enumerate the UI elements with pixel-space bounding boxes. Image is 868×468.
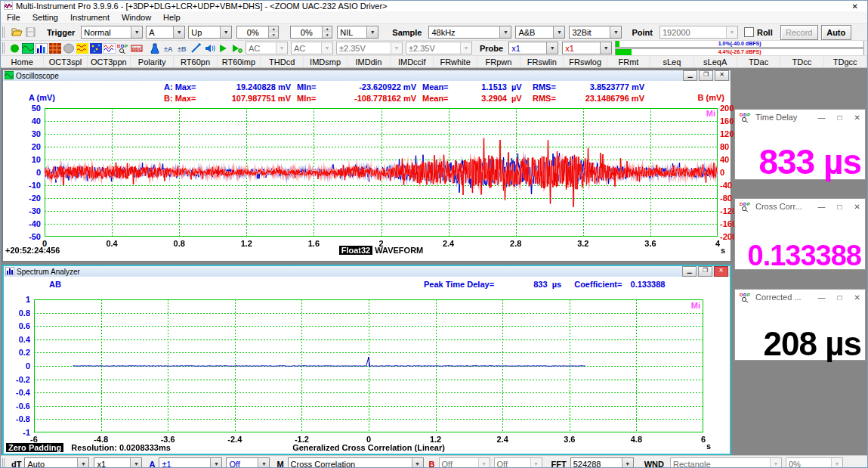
- range-a-select[interactable]: ±2.35V▼: [336, 42, 403, 54]
- tab-sleqa[interactable]: sLeqA: [694, 56, 737, 67]
- spectrogram-icon[interactable]: [90, 42, 102, 54]
- corrected-delay-titlebar[interactable]: DDP Corrected ... —□✕: [735, 290, 865, 305]
- maximize-icon[interactable]: □: [838, 113, 842, 122]
- toolbar-grip[interactable]: [2, 458, 7, 468]
- close-icon[interactable]: ✕: [854, 203, 860, 211]
- range-b-select[interactable]: ±2.35V▼: [406, 42, 472, 54]
- close-icon[interactable]: ✕: [714, 266, 728, 277]
- tab-tdcc[interactable]: TDcc: [780, 56, 823, 67]
- sound-device-icon[interactable]: [203, 42, 215, 54]
- play-icon[interactable]: [217, 42, 229, 54]
- trigger-source-select[interactable]: A▼: [146, 26, 185, 39]
- spectrum-3d-plot-icon[interactable]: [63, 42, 75, 54]
- spectrum-analyzer-titlebar[interactable]: Spectrum Analyzer ▁ ❐ ✕: [4, 266, 730, 277]
- close-button[interactable]: ✕: [846, 2, 864, 11]
- a-processing-select[interactable]: Off▼: [226, 457, 270, 468]
- trigger-edge-select[interactable]: Up▼: [188, 26, 232, 39]
- oscilloscope-canvas[interactable]: [45, 108, 718, 237]
- spectrum-analyzer-icon[interactable]: [36, 42, 48, 54]
- auto-button[interactable]: Auto: [821, 25, 851, 40]
- tab-frswlin[interactable]: FRswlin: [520, 56, 564, 67]
- probe-calibration-icon[interactable]: [190, 42, 202, 54]
- correlation-canvas[interactable]: [34, 299, 703, 432]
- m-processing-select[interactable]: Cross Correlation▼: [288, 457, 424, 468]
- tab-frwhite[interactable]: FRwhite: [434, 56, 477, 67]
- menu-window[interactable]: Window: [116, 11, 157, 23]
- trigger-level-spinner[interactable]: 0%▲▼: [236, 26, 279, 39]
- spinner-arrows-icon[interactable]: ▲▼: [322, 26, 332, 38]
- tab-imdccif[interactable]: IMDccif: [391, 56, 434, 67]
- tab-frmt[interactable]: FRmt: [607, 56, 650, 67]
- minimize-icon[interactable]: ▁: [683, 70, 697, 81]
- overlap-select[interactable]: 0%▼: [786, 457, 843, 468]
- trigger-delay-spinner[interactable]: 0%▲▼: [290, 26, 332, 39]
- record-button[interactable]: Record: [780, 25, 818, 40]
- coupling-b-select[interactable]: AC▼: [291, 42, 333, 54]
- data-logger-icon[interactable]: [76, 42, 88, 54]
- roll-checkbox[interactable]: Roll: [744, 27, 773, 37]
- fft-size-select[interactable]: 524288▼: [570, 457, 634, 468]
- dt-mode-select[interactable]: Auto▼: [24, 457, 89, 468]
- minimize-icon[interactable]: —: [818, 203, 826, 211]
- sampling-channels-select[interactable]: A&B▼: [515, 26, 565, 39]
- tab-oct3spl[interactable]: OCT3spl: [44, 56, 87, 67]
- tab-frswlog[interactable]: FRswlog: [564, 56, 607, 67]
- tab-sleq[interactable]: sLeq: [650, 56, 693, 67]
- tab-tdac[interactable]: TDac: [737, 56, 780, 67]
- cross-correlation-titlebar[interactable]: DDP Cross Corr... —□✕: [735, 199, 865, 214]
- sampling-bits-select[interactable]: 32Bit▼: [569, 26, 622, 39]
- waveform-compare-icon[interactable]: [103, 42, 116, 54]
- range-a-icon[interactable]: ±A: [162, 42, 175, 54]
- checkbox-icon[interactable]: [744, 27, 754, 37]
- range-b-icon[interactable]: ±B: [176, 42, 188, 54]
- ddc-icon[interactable]: DDC: [131, 42, 143, 54]
- b-processing-select[interactable]: Off▼: [439, 457, 490, 468]
- tab-imdsmp[interactable]: IMDsmp: [304, 56, 347, 67]
- oscilloscope-titlebar[interactable]: Oscilloscope ▁ ❐ ✕: [3, 70, 731, 81]
- maximize-icon[interactable]: □: [838, 293, 842, 302]
- loop-play-icon[interactable]: [230, 42, 242, 54]
- close-icon[interactable]: ✕: [854, 293, 860, 302]
- minimize-icon[interactable]: —: [818, 113, 826, 122]
- restore-icon[interactable]: ❐: [699, 70, 713, 81]
- tab-polarity[interactable]: Polarity: [131, 56, 174, 67]
- window-function-select[interactable]: Rectangle▼: [670, 457, 782, 468]
- spinner-arrows-icon[interactable]: ▲▼: [268, 26, 278, 38]
- minimize-icon[interactable]: —: [818, 293, 826, 302]
- close-icon[interactable]: ✕: [854, 113, 860, 122]
- multimeter-icon[interactable]: [49, 42, 61, 54]
- sampling-rate-select[interactable]: 48kHz▼: [428, 26, 511, 39]
- tab-thdcd[interactable]: THDcd: [261, 56, 304, 67]
- open-icon[interactable]: [11, 26, 23, 38]
- toolbar-grip[interactable]: [2, 26, 7, 38]
- record-length-select[interactable]: 192000▼: [659, 26, 738, 39]
- tab-tdgcc[interactable]: TDgcc: [824, 56, 867, 67]
- trigger-mode-select[interactable]: Normal▼: [81, 26, 143, 39]
- tab-oct3ppn[interactable]: OCT3ppn: [88, 56, 131, 67]
- b-processing2-select[interactable]: Off▼: [494, 457, 542, 468]
- menu-file[interactable]: File: [1, 11, 26, 23]
- save-icon[interactable]: [24, 26, 36, 38]
- tab-home[interactable]: Home: [1, 56, 44, 67]
- ddp-viewer-icon[interactable]: DDP: [117, 42, 129, 54]
- coupling-a-select[interactable]: AC▼: [246, 42, 288, 54]
- restore-icon[interactable]: ❐: [698, 266, 712, 277]
- run-icon[interactable]: [8, 42, 20, 54]
- tab-rt60pn[interactable]: RT60pn: [174, 56, 217, 67]
- zoom-select[interactable]: x1▼: [94, 457, 142, 468]
- tab-rt60imp[interactable]: RT60imp: [218, 56, 261, 67]
- signal-generator-icon[interactable]: [149, 42, 161, 54]
- a-range-select[interactable]: ±1▼: [159, 457, 222, 468]
- tab-imddin[interactable]: IMDdin: [348, 56, 391, 67]
- time-delay-titlebar[interactable]: DDP Time Delay —□✕: [735, 110, 865, 125]
- minimize-icon[interactable]: ▁: [682, 266, 697, 277]
- probe-b-select[interactable]: x1▼: [562, 42, 612, 54]
- probe-a-select[interactable]: x1▼: [508, 42, 558, 54]
- menu-help[interactable]: Help: [157, 11, 187, 23]
- menu-instrument[interactable]: Instrument: [64, 11, 116, 23]
- menu-setting[interactable]: Setting: [26, 11, 64, 23]
- frequency-rejection-select[interactable]: NIL▼: [337, 26, 378, 39]
- maximize-icon[interactable]: □: [838, 203, 842, 211]
- oscilloscope-icon[interactable]: [22, 42, 34, 54]
- tab-frpwn[interactable]: FRpwn: [477, 56, 520, 67]
